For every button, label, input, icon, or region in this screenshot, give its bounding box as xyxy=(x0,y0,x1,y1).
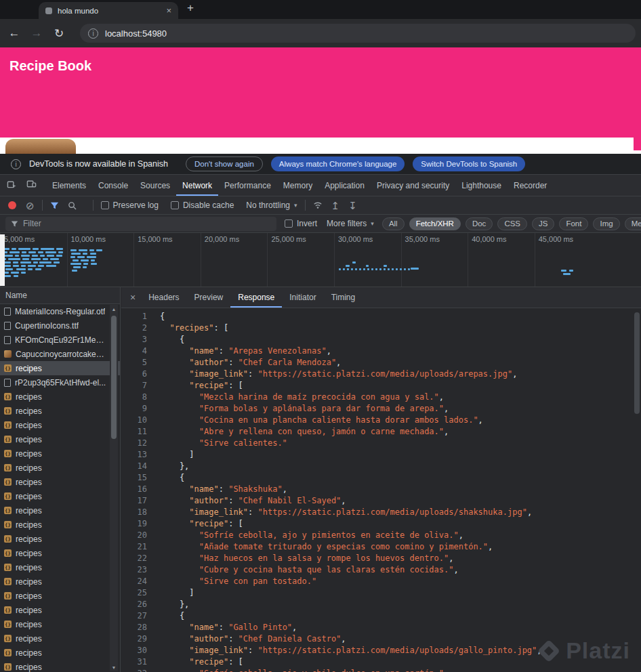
invert-checkbox[interactable]: Invert xyxy=(285,219,317,228)
throttling-dropdown[interactable]: No throttling ▾ xyxy=(246,201,297,210)
response-tab-initiator[interactable]: Initiator xyxy=(282,287,323,308)
filter-input[interactable]: Filter xyxy=(5,217,276,231)
request-row[interactable]: {}recipes xyxy=(0,489,120,503)
code-line: 8 "Mezcla harina de maíz precocida con a… xyxy=(121,392,633,403)
code-line: 22 "Haz huecos en la salsa y rompe los h… xyxy=(121,553,633,564)
request-row[interactable]: {}recipes xyxy=(0,631,120,646)
switch-to-spanish-button[interactable]: Switch DevTools to Spanish xyxy=(413,156,525,171)
filter-toggle-icon[interactable] xyxy=(50,201,59,210)
filter-chip-js[interactable]: JS xyxy=(532,217,554,230)
devtools-tab-elements[interactable]: Elements xyxy=(46,175,92,196)
filter-chip-doc[interactable]: Doc xyxy=(466,217,493,230)
request-row[interactable]: {}recipes xyxy=(0,503,120,518)
close-request-icon[interactable]: × xyxy=(130,292,136,303)
device-toolbar-icon[interactable] xyxy=(26,179,37,192)
page-scrollbar[interactable] xyxy=(634,138,641,150)
request-row[interactable]: {}recipes xyxy=(0,546,120,560)
devtools-tab-memory[interactable]: Memory xyxy=(277,175,318,196)
export-har-icon[interactable]: ↥ xyxy=(331,201,340,211)
request-row[interactable]: {}recipes xyxy=(0,361,120,375)
request-row[interactable]: {}recipes xyxy=(0,432,120,446)
request-name: MaterialIcons-Regular.otf xyxy=(15,307,105,316)
dont-show-again-button[interactable]: Don't show again xyxy=(186,156,263,171)
devtools-tab-network[interactable]: Network xyxy=(176,175,218,196)
response-scrollbar[interactable] xyxy=(633,309,641,672)
request-row[interactable]: {}recipes xyxy=(0,518,120,532)
request-row[interactable]: {}recipes xyxy=(0,404,120,418)
scrollbar-thumb[interactable] xyxy=(634,312,640,414)
filter-chip-fetch-xhr[interactable]: Fetch/XHR xyxy=(409,217,461,230)
request-row[interactable]: Capuccinoycarrotcake.j... xyxy=(0,347,120,361)
request-row[interactable]: CupertinoIcons.ttf xyxy=(0,318,120,333)
inspect-element-icon[interactable] xyxy=(7,179,17,192)
back-icon[interactable]: ← xyxy=(6,26,22,40)
request-mark xyxy=(384,268,386,270)
url-bar[interactable]: i localhost:54980 xyxy=(80,24,636,43)
request-row[interactable]: {}recipes xyxy=(0,560,120,574)
match-language-button[interactable]: Always match Chrome's language xyxy=(271,156,405,171)
request-row[interactable]: {}recipes xyxy=(0,461,120,475)
request-row[interactable]: {}recipes xyxy=(0,660,120,672)
request-mark xyxy=(41,248,54,250)
import-har-icon[interactable]: ↧ xyxy=(348,201,357,211)
name-column-header[interactable]: Name xyxy=(0,287,120,304)
request-row[interactable]: {}recipes xyxy=(0,475,120,489)
response-body[interactable]: 1{2 "recipes": [3 {4 "name": "Arepas Ven… xyxy=(121,309,633,672)
sidebar-scrollbar[interactable]: ▲ ▼ xyxy=(110,305,118,671)
response-tab-timing[interactable]: Timing xyxy=(324,287,363,308)
request-sidebar: Name MaterialIcons-Regular.otfCupertinoI… xyxy=(0,287,121,672)
search-icon[interactable] xyxy=(68,201,77,210)
font-file-icon xyxy=(4,308,11,316)
code-line: 20 "Sofríe cebolla, ajo y pimientos en a… xyxy=(121,530,633,541)
devtools-tab-lighthouse[interactable]: Lighthouse xyxy=(455,175,508,196)
filter-chip-img[interactable]: Img xyxy=(593,217,619,230)
devtools-tab-application[interactable]: Application xyxy=(318,175,371,196)
reload-icon[interactable]: ↻ xyxy=(51,26,67,41)
new-tab-icon[interactable]: + xyxy=(187,1,194,15)
site-info-icon[interactable]: i xyxy=(88,28,98,39)
scroll-down-icon[interactable]: ▼ xyxy=(110,663,118,671)
network-overview[interactable]: 5,000 ms10,000 ms15,000 ms20,000 ms25,00… xyxy=(0,233,641,287)
response-tab-preview[interactable]: Preview xyxy=(187,287,231,308)
devtools-tab-privacy-and-security[interactable]: Privacy and security xyxy=(371,175,455,196)
filter-chip-media[interactable]: Media xyxy=(625,217,641,230)
response-tab-headers[interactable]: Headers xyxy=(141,287,186,308)
forward-icon[interactable]: → xyxy=(28,26,45,40)
request-row[interactable]: {}recipes xyxy=(0,646,120,660)
network-conditions-icon[interactable] xyxy=(313,201,323,210)
request-row[interactable]: {}recipes xyxy=(0,418,120,432)
devtools-tab-recorder[interactable]: Recorder xyxy=(508,175,553,196)
preserve-log-checkbox[interactable]: Preserve log xyxy=(101,201,159,210)
request-row[interactable]: {}recipes xyxy=(0,589,120,603)
record-icon[interactable] xyxy=(8,201,16,209)
filter-chip-all[interactable]: All xyxy=(382,217,405,230)
disable-cache-checkbox[interactable]: Disable cache xyxy=(171,201,234,210)
request-row[interactable]: KFOmCnqEu92Fr1Me4G... xyxy=(0,333,120,347)
more-filters-dropdown[interactable]: More filters ▾ xyxy=(327,219,374,228)
devtools-tab-performance[interactable]: Performance xyxy=(218,175,277,196)
scrollbar-thumb[interactable] xyxy=(111,316,117,439)
request-row[interactable]: {}recipes xyxy=(0,574,120,589)
request-mark xyxy=(83,266,87,268)
filter-chip-css[interactable]: CSS xyxy=(497,217,527,230)
devtools-tab-sources[interactable]: Sources xyxy=(134,175,176,196)
request-mark xyxy=(367,268,369,270)
xhr-file-icon: {} xyxy=(4,621,12,628)
request-row[interactable]: {}recipes xyxy=(0,617,120,631)
devtools-tab-console[interactable]: Console xyxy=(92,175,134,196)
request-row[interactable]: {}recipes xyxy=(0,603,120,617)
response-tab-response[interactable]: Response xyxy=(230,287,282,308)
request-row[interactable]: MaterialIcons-Regular.otf xyxy=(0,304,120,318)
filter-chip-font[interactable]: Font xyxy=(559,217,588,230)
clear-icon[interactable]: ⊘ xyxy=(26,201,35,211)
browser-tab[interactable]: hola mundo × xyxy=(39,2,178,19)
request-row[interactable]: {}recipes xyxy=(0,532,120,546)
tab-close-icon[interactable]: × xyxy=(166,5,171,16)
line-number: 26 xyxy=(121,599,147,610)
request-row[interactable]: rP2up3q65FkAtHfwd-el... xyxy=(0,375,120,390)
request-row[interactable]: {}recipes xyxy=(0,446,120,461)
xhr-file-icon: {} xyxy=(4,421,12,429)
scroll-up-icon[interactable]: ▲ xyxy=(110,305,118,313)
request-row[interactable]: {}recipes xyxy=(0,390,120,404)
request-mark xyxy=(22,258,29,260)
